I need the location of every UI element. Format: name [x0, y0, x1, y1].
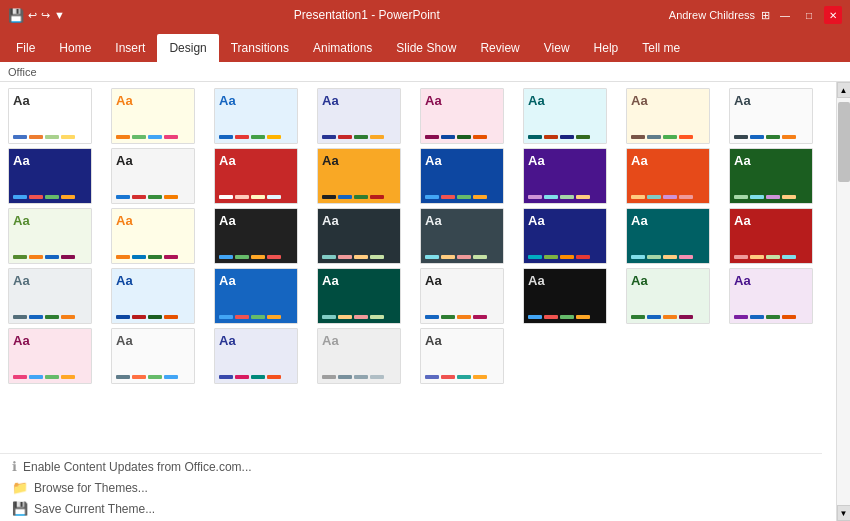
- redo-icon[interactable]: ↪: [41, 9, 50, 22]
- theme-color-bar: [457, 195, 471, 199]
- tab-view[interactable]: View: [532, 34, 582, 62]
- tab-tell-me[interactable]: Tell me: [630, 34, 692, 62]
- scroll-up-button[interactable]: ▲: [837, 82, 851, 98]
- theme-item[interactable]: Aa: [626, 148, 710, 204]
- scrollbar[interactable]: ▲ ▼: [836, 82, 850, 521]
- theme-item[interactable]: Aa: [317, 268, 401, 324]
- theme-item[interactable]: Aa: [8, 268, 92, 324]
- theme-item[interactable]: Aa: [8, 148, 92, 204]
- theme-item[interactable]: Aa: [111, 268, 195, 324]
- theme-item[interactable]: Aa: [111, 88, 195, 144]
- theme-item[interactable]: Aa: [626, 268, 710, 324]
- theme-color-bar: [45, 135, 59, 139]
- theme-item[interactable]: Aa: [420, 328, 504, 384]
- theme-color-bar: [457, 135, 471, 139]
- theme-item[interactable]: Aa: [8, 88, 92, 144]
- theme-aa-label: Aa: [322, 273, 396, 288]
- titlebar: 💾 ↩ ↪ ▼ Presentation1 - PowerPoint Andre…: [0, 0, 850, 30]
- undo-icon[interactable]: ↩: [28, 9, 37, 22]
- tab-help[interactable]: Help: [582, 34, 631, 62]
- theme-item[interactable]: Aa: [111, 208, 195, 264]
- theme-item[interactable]: Aa: [729, 208, 813, 264]
- theme-item[interactable]: Aa: [523, 268, 607, 324]
- win-icon: ⊞: [761, 9, 770, 22]
- theme-color-bar: [734, 255, 748, 259]
- minimize-button[interactable]: —: [776, 6, 794, 24]
- theme-item[interactable]: Aa: [729, 268, 813, 324]
- theme-aa-label: Aa: [219, 153, 293, 168]
- theme-item[interactable]: Aa: [214, 208, 298, 264]
- theme-item[interactable]: Aa: [111, 328, 195, 384]
- theme-item[interactable]: Aa: [317, 208, 401, 264]
- theme-aa-label: Aa: [13, 333, 87, 348]
- theme-color-bar: [370, 375, 384, 379]
- tab-slide-show[interactable]: Slide Show: [384, 34, 468, 62]
- theme-item[interactable]: Aa: [420, 208, 504, 264]
- theme-color-bar: [473, 315, 487, 319]
- themes-grid: AaAaAaAaAaAaAaAaAaAaAaAaAaAaAaAaAaAaAaAa…: [8, 88, 828, 384]
- customize-qat-icon[interactable]: ▼: [54, 9, 65, 21]
- user-info: Andrew Childress ⊞ — □ ✕: [669, 6, 842, 24]
- theme-item[interactable]: Aa: [420, 268, 504, 324]
- theme-color-bar: [576, 255, 590, 259]
- theme-item[interactable]: Aa: [523, 148, 607, 204]
- theme-color-bar: [354, 195, 368, 199]
- theme-item[interactable]: Aa: [420, 148, 504, 204]
- theme-color-bars: [219, 255, 293, 259]
- theme-color-bar: [576, 315, 590, 319]
- theme-color-bar: [61, 255, 75, 259]
- theme-color-bar: [267, 135, 281, 139]
- theme-item[interactable]: Aa: [111, 148, 195, 204]
- theme-item[interactable]: Aa: [420, 88, 504, 144]
- save-theme-link[interactable]: 💾 Save Current Theme...: [12, 498, 810, 519]
- theme-item[interactable]: Aa: [8, 328, 92, 384]
- theme-item[interactable]: Aa: [8, 208, 92, 264]
- theme-color-bar: [235, 375, 249, 379]
- theme-item[interactable]: Aa: [214, 328, 298, 384]
- browse-themes-link[interactable]: 📁 Browse for Themes...: [12, 477, 810, 498]
- scroll-thumb[interactable]: [838, 102, 850, 182]
- theme-color-bar: [766, 315, 780, 319]
- tab-home[interactable]: Home: [47, 34, 103, 62]
- theme-item[interactable]: Aa: [729, 148, 813, 204]
- maximize-button[interactable]: □: [800, 6, 818, 24]
- tab-transitions[interactable]: Transitions: [219, 34, 301, 62]
- save-icon[interactable]: 💾: [8, 8, 24, 23]
- theme-item[interactable]: Aa: [317, 88, 401, 144]
- theme-color-bars: [13, 255, 87, 259]
- theme-color-bars: [13, 375, 87, 379]
- theme-color-bars: [13, 315, 87, 319]
- theme-color-bar: [647, 255, 661, 259]
- theme-color-bar: [766, 255, 780, 259]
- tab-review[interactable]: Review: [468, 34, 531, 62]
- theme-item[interactable]: Aa: [626, 88, 710, 144]
- tab-insert[interactable]: Insert: [103, 34, 157, 62]
- theme-item[interactable]: Aa: [214, 148, 298, 204]
- theme-color-bars: [734, 195, 808, 199]
- theme-color-bar: [560, 315, 574, 319]
- theme-color-bar: [679, 135, 693, 139]
- theme-color-bars: [219, 375, 293, 379]
- theme-item[interactable]: Aa: [523, 208, 607, 264]
- themes-panel[interactable]: AaAaAaAaAaAaAaAaAaAaAaAaAaAaAaAaAaAaAaAa…: [0, 82, 836, 521]
- enable-updates-link[interactable]: ℹ Enable Content Updates from Office.com…: [12, 456, 810, 477]
- theme-color-bar: [679, 195, 693, 199]
- theme-item[interactable]: Aa: [729, 88, 813, 144]
- theme-color-bar: [679, 255, 693, 259]
- theme-item[interactable]: Aa: [523, 88, 607, 144]
- theme-color-bar: [782, 255, 796, 259]
- theme-item[interactable]: Aa: [317, 148, 401, 204]
- theme-item[interactable]: Aa: [626, 208, 710, 264]
- tab-file[interactable]: File: [4, 34, 47, 62]
- theme-color-bar: [322, 315, 336, 319]
- tab-design[interactable]: Design: [157, 34, 218, 62]
- theme-item[interactable]: Aa: [317, 328, 401, 384]
- theme-item[interactable]: Aa: [214, 88, 298, 144]
- theme-color-bar: [148, 375, 162, 379]
- theme-color-bar: [338, 315, 352, 319]
- tab-animations[interactable]: Animations: [301, 34, 384, 62]
- theme-aa-label: Aa: [425, 213, 499, 228]
- theme-item[interactable]: Aa: [214, 268, 298, 324]
- close-button[interactable]: ✕: [824, 6, 842, 24]
- scroll-down-button[interactable]: ▼: [837, 505, 851, 521]
